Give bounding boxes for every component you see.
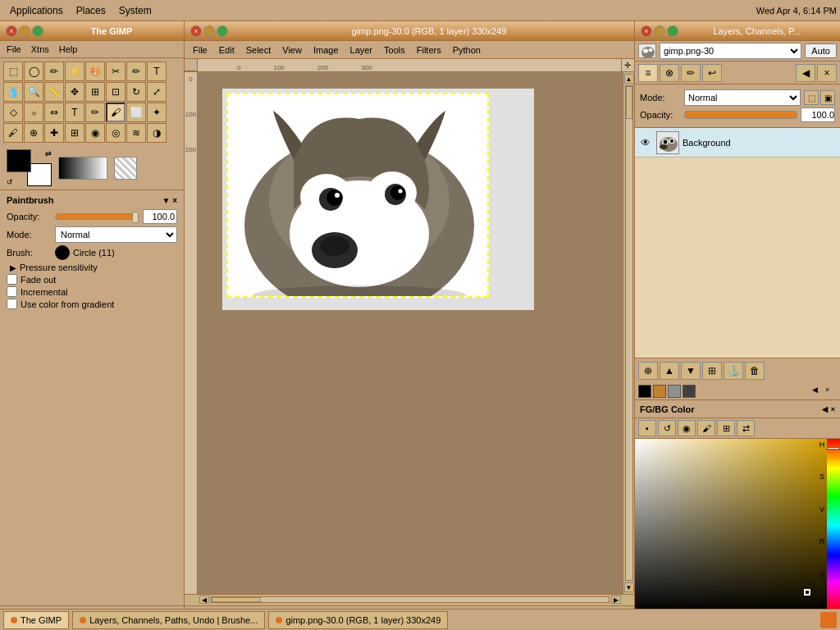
workspace-indicator[interactable] — [820, 612, 837, 628]
reset-colors-icon[interactable]: ↺ — [7, 178, 13, 186]
scroll-right-btn[interactable]: ▶ — [611, 596, 621, 604]
swatch-black[interactable] — [638, 385, 651, 398]
taskbar-gimp[interactable]: The GIMP — [3, 611, 69, 629]
tool-perspective[interactable]: ⬦ — [24, 103, 43, 122]
taskbar-layers[interactable]: Layers, Channels, Paths, Undo | Brushe..… — [72, 611, 265, 629]
tool-zoom[interactable]: 🔍 — [24, 82, 43, 102]
tool-paintbrush[interactable]: 🖌 — [106, 103, 126, 122]
canvas-menu-view[interactable]: View — [277, 43, 307, 57]
canvas-menu-filters[interactable]: Filters — [412, 43, 446, 57]
gradient-preview[interactable] — [58, 157, 107, 180]
places-menu[interactable]: Places — [70, 3, 112, 18]
tool-move[interactable]: ✥ — [65, 82, 84, 102]
duplicate-layer-btn[interactable]: ⊞ — [702, 362, 722, 380]
toolbox-close-button[interactable]: × — [6, 25, 17, 37]
system-menu[interactable]: System — [112, 3, 158, 18]
canvas-nav-btn[interactable]: ✛ — [622, 59, 633, 71]
image-selector[interactable]: gimp.png-30 — [660, 43, 801, 59]
layers-collapse-btn[interactable]: ◀ — [796, 64, 815, 82]
canvas-menu-image[interactable]: Image — [308, 43, 344, 57]
canvas-menu-edit[interactable]: Edit — [214, 43, 240, 57]
tool-color-picker[interactable]: 💧 — [3, 82, 23, 102]
raise-layer-btn[interactable]: ▲ — [660, 362, 679, 380]
tool-free-select[interactable]: ✏ — [44, 62, 64, 81]
swatches-collapse-btn[interactable]: ◀ — [812, 386, 824, 397]
pressure-arrow[interactable]: ▶ — [10, 263, 16, 272]
menu-xtns[interactable]: Xtns — [26, 43, 54, 56]
tool-paths[interactable]: ✏ — [126, 62, 146, 81]
tool-heal[interactable]: ✚ — [44, 123, 64, 143]
fg-bg-colors[interactable]: ⇄ ↺ — [7, 149, 52, 186]
layers-opacity-input[interactable] — [801, 107, 835, 122]
opacity-input[interactable] — [143, 209, 177, 224]
layer-item[interactable]: 👁 Background — [635, 128, 840, 158]
layer-visibility-eye[interactable]: 👁 — [638, 135, 653, 150]
tool-ink[interactable]: 🖋 — [3, 123, 23, 143]
tool-scale[interactable]: ⤢ — [147, 82, 167, 102]
tool-fuzzy-select[interactable]: ⚡ — [65, 62, 84, 81]
tool-flip[interactable]: ⇔ — [44, 103, 64, 122]
fade-checkbox[interactable] — [7, 274, 17, 285]
tool-perspective-clone[interactable]: ⊞ — [65, 123, 84, 143]
tool-measure[interactable]: 📏 — [44, 82, 64, 102]
tool-dodge[interactable]: ◑ — [147, 123, 167, 143]
tool-text[interactable]: T — [147, 62, 167, 81]
swatches-close-btn[interactable]: × — [825, 386, 837, 397]
fgbg-collapse-btn[interactable]: ◀ — [822, 405, 828, 413]
swatch-brown[interactable] — [653, 385, 666, 398]
scrollbar-vertical[interactable]: ▲ ▼ — [623, 72, 634, 594]
anchor-layer-btn[interactable]: ⚓ — [724, 362, 743, 380]
canvas-min-button[interactable] — [203, 25, 215, 37]
scroll-thumb-h[interactable] — [212, 597, 261, 602]
opacity-slider[interactable] — [55, 213, 139, 220]
new-layer-btn[interactable]: ⊕ — [638, 362, 658, 380]
scroll-left-btn[interactable]: ◀ — [199, 596, 209, 604]
lower-layer-btn[interactable]: ▼ — [681, 362, 701, 380]
layers-max-button[interactable] — [667, 25, 678, 37]
tool-shear[interactable]: ◇ — [3, 103, 23, 122]
swatch-dark[interactable] — [682, 385, 696, 398]
applications-menu[interactable]: Applications — [3, 3, 70, 18]
layers-close-panel-btn[interactable]: × — [817, 64, 837, 82]
fgbg-reset-btn[interactable]: ↺ — [658, 420, 676, 436]
color-from-gradient-checkbox[interactable] — [7, 299, 17, 309]
tool-clone[interactable]: ⊕ — [24, 123, 43, 143]
swatch-gray[interactable] — [668, 385, 681, 398]
tab-channels[interactable]: ⊗ — [660, 64, 679, 82]
tool-rect-select[interactable]: ⬚ — [3, 62, 23, 81]
tool-text2[interactable]: T — [65, 103, 84, 122]
fgbg-color-wheel-btn[interactable]: ◉ — [678, 420, 696, 436]
pattern-preview[interactable] — [114, 157, 137, 180]
fg-color-swatch[interactable] — [7, 149, 31, 172]
menu-file[interactable]: File — [2, 43, 26, 56]
color-picker-area[interactable]: H S V R G B — [635, 439, 840, 612]
lock-alpha-btn[interactable]: ▣ — [820, 90, 835, 105]
canvas-menu-layer[interactable]: Layer — [345, 43, 378, 57]
canvas-menu-tools[interactable]: Tools — [379, 43, 410, 57]
menu-help[interactable]: Help — [54, 43, 83, 56]
tool-airbrush[interactable]: ✦ — [147, 103, 167, 122]
tool-crop[interactable]: ⊡ — [106, 82, 126, 102]
tab-layers[interactable]: ≡ — [638, 64, 658, 82]
brush-preview[interactable] — [55, 245, 70, 260]
delete-layer-btn[interactable]: 🗑 — [745, 362, 765, 380]
tool-eraser[interactable]: ⬜ — [126, 103, 146, 122]
canvas-menu-python[interactable]: Python — [448, 43, 486, 57]
canvas-content[interactable] — [198, 72, 623, 594]
canvas-menu-file[interactable]: File — [188, 43, 212, 57]
tool-rotate[interactable]: ↻ — [126, 82, 146, 102]
tab-undo[interactable]: ↩ — [702, 64, 722, 82]
canvas-menu-select[interactable]: Select — [241, 43, 276, 57]
fgbg-close-btn[interactable]: × — [831, 405, 835, 413]
tool-ellipse-select[interactable]: ◯ — [24, 62, 43, 81]
canvas-close-button[interactable]: × — [190, 25, 202, 37]
mode-select[interactable]: Normal — [55, 226, 177, 243]
scrollbar-horizontal[interactable]: ◀ ▶ — [198, 595, 623, 605]
swap-colors-icon[interactable]: ⇄ — [45, 149, 52, 158]
layers-mode-select[interactable]: Normal — [684, 89, 801, 106]
incremental-checkbox[interactable] — [7, 286, 17, 297]
scroll-down-btn[interactable]: ▼ — [624, 582, 634, 592]
tool-pencil[interactable]: ✏ — [85, 103, 105, 122]
layers-close-button[interactable]: × — [641, 25, 652, 37]
hue-bar[interactable] — [827, 439, 840, 612]
